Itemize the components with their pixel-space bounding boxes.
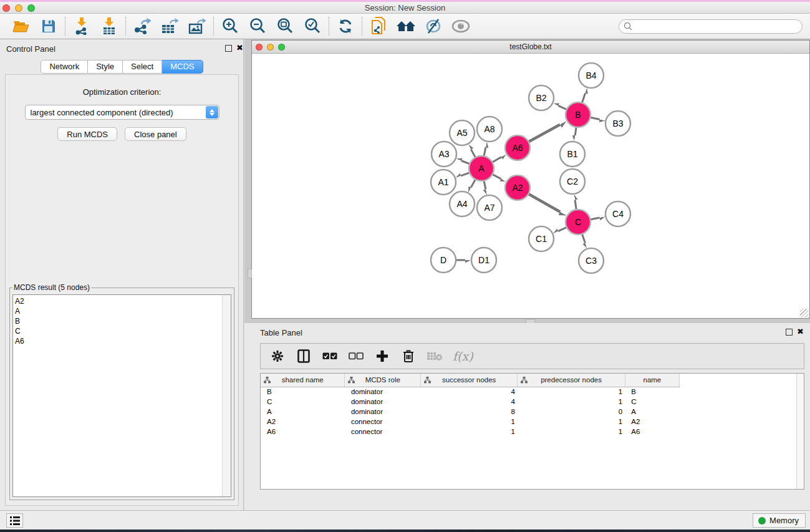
select-all-check-icon[interactable] <box>322 348 338 364</box>
graph-node[interactable]: B <box>566 102 591 127</box>
table-cell[interactable]: 1 <box>518 427 625 437</box>
dropdown-stepper-icon[interactable] <box>206 106 218 118</box>
window-resize-grip[interactable] <box>800 309 809 317</box>
graph-node[interactable]: A7 <box>477 195 502 220</box>
mcds-result-list[interactable]: A2ABCA6 <box>12 294 231 497</box>
table-cell[interactable]: B <box>625 387 679 397</box>
table-cell[interactable]: C <box>625 397 679 407</box>
graph-node[interactable]: A1 <box>431 170 456 195</box>
graph-node[interactable]: A8 <box>477 117 502 142</box>
float-table-panel-icon[interactable] <box>786 329 793 336</box>
close-panel-icon[interactable]: ✖ <box>236 43 243 53</box>
search-field[interactable] <box>619 19 803 34</box>
table-cell[interactable]: 4 <box>421 397 518 407</box>
graph-node[interactable]: B1 <box>560 142 585 167</box>
graph-node[interactable]: C <box>566 210 591 235</box>
network-graph[interactable]: B4B2BB3A5A8A6B1A3AC2A1A2A4A7C4CC1C3DD1 <box>252 54 809 318</box>
table-cell[interactable]: 1 <box>518 417 625 427</box>
result-list-item[interactable]: B <box>15 316 231 326</box>
column-header-predecessor-nodes[interactable]: predecessor nodes <box>518 374 625 387</box>
tab-network[interactable]: Network <box>41 60 88 74</box>
zoom-in-button[interactable] <box>219 16 241 36</box>
table-row[interactable]: Adominator80A <box>261 407 680 417</box>
table-row[interactable]: Bdominator41B <box>261 387 680 397</box>
column-header-successor-nodes[interactable]: successor nodes <box>421 374 518 387</box>
table-row[interactable]: Cdominator41C <box>261 397 680 407</box>
column-header-mcds-role[interactable]: MCDS role <box>345 374 421 387</box>
tab-mcds[interactable]: MCDS <box>162 60 203 74</box>
graph-node[interactable]: A3 <box>432 142 456 167</box>
memory-button[interactable]: Memory <box>753 513 806 528</box>
network-view-window[interactable]: testGlobe.txt B4B2BB3A5A8A6B1A3AC2A1A2A4… <box>251 40 810 319</box>
search-input[interactable] <box>632 22 802 31</box>
table-cell[interactable]: 8 <box>421 407 518 417</box>
network-canvas[interactable]: B4B2BB3A5A8A6B1A3AC2A1A2A4A7C4CC1C3DD1 <box>252 54 809 318</box>
graph-node[interactable]: A <box>469 156 494 181</box>
table-cell[interactable]: 0 <box>518 407 625 417</box>
column-visibility-icon[interactable] <box>296 348 312 364</box>
show-hide-panel-button[interactable] <box>450 16 471 36</box>
table-cell[interactable]: A6 <box>625 427 679 437</box>
open-file-button[interactable] <box>11 16 32 36</box>
table-cell[interactable]: connector <box>345 427 421 437</box>
table-cell[interactable]: 1 <box>421 427 518 437</box>
deselect-all-icon[interactable] <box>348 348 364 364</box>
node-table[interactable]: shared name MCDS role successor nodes pr… <box>260 373 804 490</box>
close-panel-button[interactable]: Close panel <box>125 127 186 141</box>
refresh-layout-button[interactable] <box>335 16 356 36</box>
import-network-button[interactable] <box>71 16 92 36</box>
delete-table-icon[interactable] <box>427 348 443 364</box>
table-cell[interactable]: dominator <box>345 407 421 417</box>
table-cell[interactable]: A2 <box>625 417 679 427</box>
result-list-item[interactable]: C <box>15 326 231 336</box>
result-list-item[interactable]: A2 <box>15 296 231 306</box>
export-table-button[interactable] <box>159 16 180 36</box>
graph-node[interactable]: C3 <box>579 248 604 273</box>
tab-select[interactable]: Select <box>123 60 162 74</box>
table-cell[interactable]: A6 <box>261 427 345 437</box>
float-panel-icon[interactable] <box>225 45 232 52</box>
column-header-shared-name[interactable]: shared name <box>261 374 345 387</box>
graph-node[interactable]: B4 <box>579 63 604 88</box>
table-cell[interactable]: A <box>625 407 679 417</box>
result-list-item[interactable]: A <box>15 306 231 316</box>
table-cell[interactable]: 1 <box>518 387 625 397</box>
zoom-selected-button[interactable] <box>302 16 323 36</box>
table-cell[interactable]: A <box>261 407 345 417</box>
table-settings-icon[interactable] <box>269 348 286 364</box>
task-history-button[interactable] <box>6 513 23 528</box>
import-table-button[interactable] <box>99 16 120 36</box>
export-image-button[interactable] <box>186 16 208 36</box>
graph-node[interactable]: D1 <box>471 248 496 273</box>
table-cell[interactable]: dominator <box>345 387 421 397</box>
table-cell[interactable]: A2 <box>261 417 345 427</box>
table-cell[interactable]: 4 <box>421 387 518 397</box>
table-cell[interactable]: C <box>261 397 345 407</box>
delete-column-icon[interactable] <box>400 348 417 364</box>
table-cell[interactable]: dominator <box>345 397 421 407</box>
zoom-fit-button[interactable] <box>274 16 296 36</box>
table-cell[interactable]: 1 <box>518 397 625 407</box>
table-cell[interactable]: B <box>261 387 345 397</box>
function-builder-icon[interactable]: f(x) <box>453 349 473 363</box>
network-window-titlebar[interactable]: testGlobe.txt <box>252 41 809 54</box>
graph-node[interactable]: C1 <box>529 226 554 251</box>
table-row[interactable]: A2connector11A2 <box>261 417 680 427</box>
tab-style[interactable]: Style <box>88 60 123 74</box>
graph-node[interactable]: B3 <box>605 111 630 136</box>
result-list-item[interactable]: A6 <box>15 336 231 346</box>
hide-graphics-details-button[interactable] <box>423 16 444 36</box>
column-header-name[interactable]: name <box>625 374 679 387</box>
close-table-panel-icon[interactable]: ✖ <box>797 327 804 337</box>
new-session-from-network-button[interactable] <box>368 16 389 36</box>
graph-node[interactable]: A5 <box>450 120 475 145</box>
save-session-button[interactable] <box>38 16 59 36</box>
graph-node[interactable]: C2 <box>560 169 585 194</box>
run-mcds-button[interactable]: Run MCDS <box>57 127 117 141</box>
graph-node[interactable]: B2 <box>529 85 554 110</box>
graph-node[interactable]: A6 <box>505 135 530 160</box>
table-cell[interactable]: 1 <box>421 417 518 427</box>
go-home-button[interactable] <box>395 16 417 36</box>
graph-node[interactable]: D <box>431 248 456 273</box>
graph-node[interactable]: C4 <box>605 201 630 226</box>
